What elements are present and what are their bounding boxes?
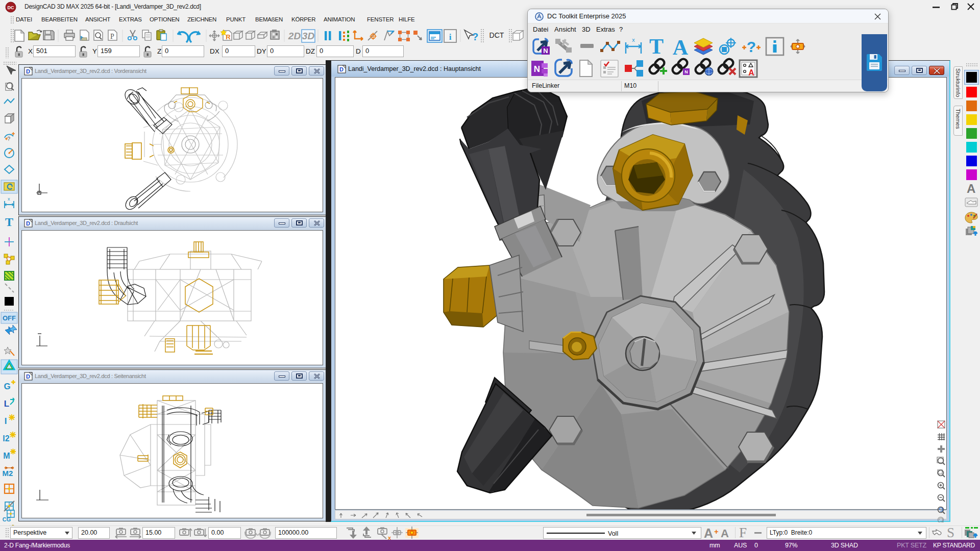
- svg-text:A: A: [748, 68, 754, 77]
- svg-text:x: x: [632, 37, 635, 43]
- svg-text:N: N: [534, 64, 540, 74]
- svg-text:I: I: [5, 416, 7, 426]
- svg-text:D: D: [26, 68, 30, 74]
- svg-text:x: x: [8, 196, 10, 202]
- svg-text:OFF: OFF: [3, 314, 16, 322]
- svg-text:I2: I2: [3, 434, 9, 443]
- svg-text:T: T: [649, 35, 664, 58]
- svg-text:R: R: [226, 33, 231, 41]
- svg-text:T: T: [5, 215, 13, 229]
- svg-text:N: N: [543, 47, 548, 55]
- svg-text:CG: CG: [3, 516, 11, 522]
- svg-text:?: ?: [472, 31, 478, 42]
- svg-text:G: G: [4, 382, 10, 391]
- svg-text:?: ?: [747, 38, 756, 55]
- svg-text:2D: 2D: [288, 31, 301, 41]
- svg-text:i: i: [449, 32, 452, 42]
- svg-text:M2: M2: [3, 469, 13, 478]
- svg-text:P: P: [110, 33, 114, 40]
- svg-text:N: N: [684, 69, 688, 74]
- svg-text:DC: DC: [8, 5, 14, 10]
- svg-text:D: D: [26, 373, 30, 380]
- svg-text:D: D: [26, 220, 30, 227]
- svg-text:3D: 3D: [302, 31, 315, 41]
- svg-text:M: M: [3, 452, 10, 460]
- svg-text:A: A: [673, 36, 689, 59]
- svg-text:L: L: [4, 399, 9, 409]
- svg-text:D: D: [339, 66, 344, 72]
- svg-text:x: x: [388, 535, 391, 540]
- svg-text:DCT: DCT: [489, 31, 504, 39]
